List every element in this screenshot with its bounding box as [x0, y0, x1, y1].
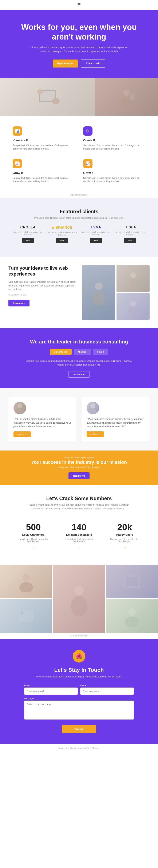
- client-tesla: TESLA Sample text. Click to select the T…: [115, 225, 146, 243]
- svg-point-3: [37, 89, 43, 94]
- contact-title: Let's Stay In Touch: [12, 667, 146, 673]
- feature-title-4: Grow It: [83, 171, 146, 175]
- feature-item-1: 📊 Visualize It Sample text. Click to sel…: [8, 122, 79, 155]
- live-web-text: Turn your ideas to live web experiences …: [8, 265, 76, 306]
- feature-title-1: Visualize It: [12, 138, 75, 142]
- feature-desc-2: Sample text. Click to select the text bo…: [83, 144, 146, 151]
- hero-cta-primary[interactable]: Explore more: [53, 60, 78, 67]
- hamburger-icon[interactable]: ☰: [77, 2, 81, 7]
- hero-cta-secondary[interactable]: Click to edit: [81, 60, 105, 67]
- svg-point-15: [90, 403, 96, 408]
- leader-learn-more[interactable]: learn more: [69, 371, 90, 378]
- feature-desc-1: Sample text. Click to select the text bo…: [12, 144, 75, 151]
- client-crolla: CROLLA Sample text. Click to select the …: [12, 225, 44, 243]
- testimonial-quote-1: " Do you want to start a business, but d…: [14, 417, 72, 428]
- gallery-grid: [0, 565, 158, 633]
- number-desc-specialists: Sample text. Click to select the Text El…: [62, 538, 96, 542]
- client-sample-crolla: Sample text. Click to select the Text El…: [12, 231, 44, 236]
- gallery-image-credit: Image from Freepik: [0, 633, 158, 640]
- leader-description: Sample text. Click to ligunea tincidunt …: [26, 359, 132, 367]
- contact-form: Email Name Message Submit: [24, 684, 134, 733]
- flower-icon: 🌺: [76, 653, 82, 659]
- svg-point-19: [74, 586, 84, 595]
- client-more-binance[interactable]: more: [56, 238, 68, 243]
- live-web-image-from: Images from Freepik: [8, 293, 76, 296]
- live-web-images: [82, 265, 150, 320]
- svg-point-17: [22, 574, 30, 581]
- client-sample-tesla: Sample text. Click to select the Text El…: [115, 231, 146, 236]
- testimonial-cta-2[interactable]: read more: [86, 431, 104, 437]
- name-input[interactable]: [80, 687, 134, 695]
- number-desc-customers: Sample text. Click to select the Text El…: [17, 538, 50, 542]
- live-web-learn-more[interactable]: learn more: [8, 300, 29, 306]
- feature-icon-3: 📈: [12, 159, 22, 168]
- number-label-customers: Loyal Customers: [17, 533, 50, 536]
- svg-point-18: [19, 582, 33, 592]
- live-web-section: Turn your ideas to live web experiences …: [0, 257, 158, 328]
- cta-banner: Add more speed to your website Your succ…: [0, 451, 158, 485]
- client-more-crolla[interactable]: more: [22, 238, 34, 243]
- feature-item-3: 📈 Grow It Sample text. Click to select t…: [8, 155, 79, 187]
- numbers-section: Let's Crack Some Numbers Condimentum adi…: [0, 485, 158, 565]
- number-item-customers: 500 Loyal Customers Sample text. Click t…: [12, 518, 54, 554]
- clients-subtitle: Phasellus blandit lorem ipsum dolor sit …: [12, 217, 146, 219]
- hero-description: Ut enim ad minim veniam, quis nostrud ex…: [26, 45, 132, 54]
- clients-title: Featured clients: [12, 209, 146, 215]
- feature-title-3: Grow It: [12, 171, 75, 175]
- number-value-customers: 500: [17, 522, 50, 532]
- feature-desc-3: Sample text. Click to select the text bo…: [12, 176, 75, 183]
- svg-point-9: [130, 272, 136, 278]
- message-group: Message: [24, 697, 134, 720]
- live-web-title: Turn your ideas to live web experiences: [8, 265, 76, 277]
- hero-section: Works for you, even when you aren't work…: [0, 10, 158, 78]
- testimonial-card-2: " Proin sed libero enim sed faucibus tur…: [81, 397, 150, 442]
- number-arrow-customers[interactable]: →: [31, 545, 35, 550]
- client-more-tesla[interactable]: more: [124, 238, 136, 243]
- client-logo-crolla: CROLLA: [20, 225, 35, 229]
- number-value-users: 20k: [108, 522, 141, 532]
- live-web-description: Duis aute irure dolor in reprehenderit i…: [8, 280, 76, 291]
- feature-icon-4: 📈: [83, 159, 93, 168]
- number-value-specialists: 140: [62, 522, 96, 532]
- svg-point-16: [89, 409, 97, 414]
- svg-point-11: [130, 301, 136, 307]
- testimonial-cta-1[interactable]: read more: [14, 431, 31, 437]
- number-arrow-specialists[interactable]: →: [77, 545, 81, 550]
- contact-subtitle: We are an ambitious studio and are looki…: [12, 675, 146, 678]
- feature-item-4: 📈 Grow It Sample text. Click to select t…: [79, 155, 150, 187]
- gallery-item-4: [0, 599, 52, 633]
- testimonials-section: " Do you want to start a business, but d…: [0, 388, 158, 451]
- tab-vision[interactable]: Vision: [93, 349, 108, 355]
- cta-read-more[interactable]: Read More: [69, 472, 89, 479]
- footer-text: Sample text. Click to select the Text El…: [8, 747, 150, 749]
- number-arrow-users[interactable]: →: [123, 545, 127, 550]
- live-img-bottom-right: [116, 293, 150, 320]
- svg-point-8: [93, 291, 105, 305]
- features-image-credit: Image from Freepik: [0, 194, 158, 198]
- client-sample-evga: Sample text. Click to select the Text El…: [81, 231, 111, 236]
- email-input[interactable]: [24, 687, 78, 695]
- client-more-evga[interactable]: more: [90, 238, 102, 243]
- svg-point-2: [52, 98, 60, 104]
- svg-point-13: [17, 403, 22, 408]
- client-evga: EVGA Sample text. Click to select the Te…: [81, 225, 111, 243]
- name-label: Name: [80, 684, 134, 687]
- hero-title: Works for you, even when you aren't work…: [17, 23, 141, 42]
- number-item-specialists: 140 Efficient Specialists Sample text. C…: [58, 518, 100, 554]
- testimonial-card-1: " Do you want to start a business, but d…: [8, 397, 77, 442]
- client-logo-binance: ◈ BINANCE: [52, 225, 72, 229]
- tab-mission[interactable]: Mission: [74, 349, 91, 355]
- number-item-users: 20k Happy Users Sample text. Click to se…: [104, 518, 146, 554]
- message-input[interactable]: [24, 701, 134, 719]
- tab-our-process[interactable]: our process: [50, 349, 72, 355]
- submit-button[interactable]: Submit: [62, 725, 96, 733]
- testimonial-quote-2: " Proin sed libero enim sed faucibus tur…: [86, 417, 144, 428]
- features-image-left: [0, 78, 95, 116]
- client-logo-tesla: TESLA: [124, 225, 136, 229]
- feature-item-2: ✈ Create It Sample text. Click to select…: [79, 122, 150, 155]
- name-group: Name: [80, 684, 134, 695]
- svg-point-25: [128, 608, 136, 616]
- gallery-item-1: [0, 565, 52, 598]
- navbar: ☰: [0, 0, 158, 10]
- testimonial-avatar-2: [86, 402, 99, 414]
